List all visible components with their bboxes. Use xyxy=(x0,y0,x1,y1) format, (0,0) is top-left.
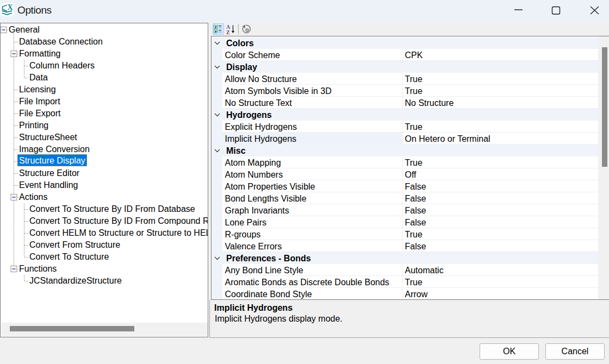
svg-text:Z: Z xyxy=(226,29,230,35)
svg-text:X: X xyxy=(8,3,13,11)
